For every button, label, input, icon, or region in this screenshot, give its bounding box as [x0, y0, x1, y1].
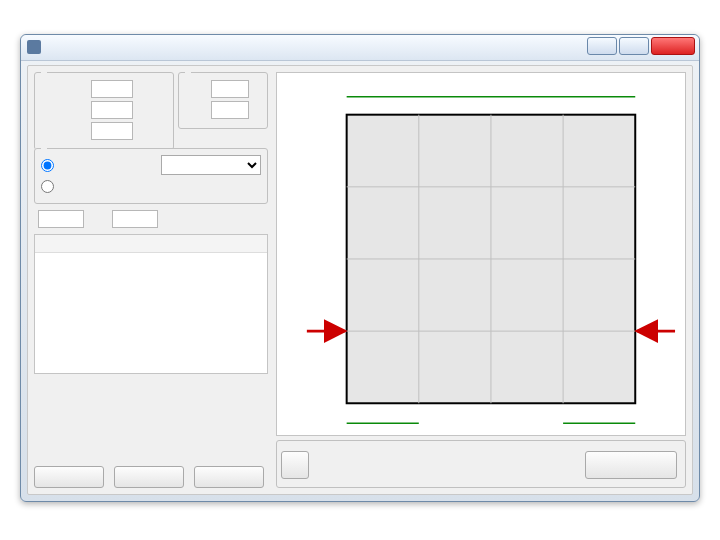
load-table[interactable] [34, 234, 268, 374]
nx-input[interactable] [211, 80, 249, 98]
a-input[interactable] [112, 210, 158, 228]
app-icon [27, 40, 41, 54]
close-button[interactable] [651, 37, 695, 55]
height-input[interactable] [91, 101, 133, 119]
thickness-input[interactable] [91, 122, 133, 140]
help-button[interactable] [281, 451, 309, 479]
maximize-button[interactable] [619, 37, 649, 55]
groupbox-dimensions [34, 72, 174, 150]
p-input[interactable] [38, 210, 84, 228]
app-window [20, 34, 700, 502]
load-params [34, 210, 162, 228]
groupbox-load [34, 148, 268, 204]
client-area [27, 65, 693, 495]
radio-distributed[interactable] [41, 179, 57, 193]
add-button[interactable] [34, 466, 104, 488]
diagram [276, 72, 686, 436]
minimize-button[interactable] [587, 37, 617, 55]
ny-input[interactable] [211, 101, 249, 119]
direction-select[interactable] [161, 155, 261, 175]
length-input[interactable] [91, 80, 133, 98]
groupbox-show [276, 440, 686, 488]
delete-button[interactable] [194, 466, 264, 488]
radio-concentrated[interactable] [41, 158, 57, 172]
groupbox-grid [178, 72, 268, 129]
titlebar[interactable] [21, 35, 699, 61]
table-header [35, 235, 267, 253]
edit-button[interactable] [114, 466, 184, 488]
calc-button[interactable] [585, 451, 677, 479]
